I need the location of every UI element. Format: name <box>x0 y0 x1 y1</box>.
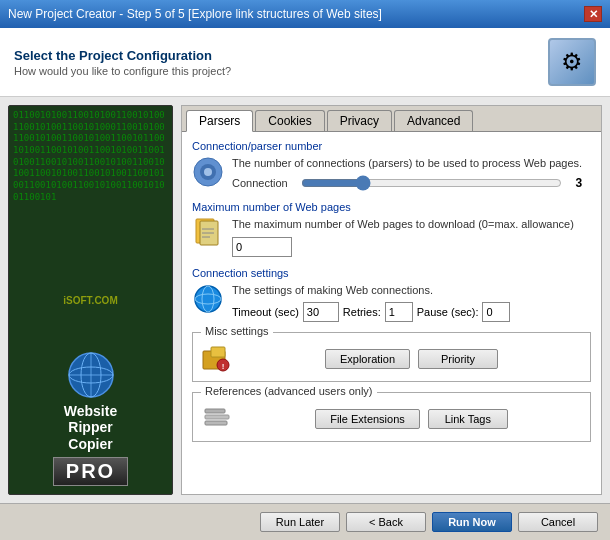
retries-input[interactable] <box>385 302 413 322</box>
max-pages-desc: The maximum number of Web pages to downl… <box>232 217 591 232</box>
content-area: 0110010100110010100110010100110010100110… <box>0 97 610 503</box>
run-now-button[interactable]: Run Now <box>432 512 512 532</box>
misc-icon-svg: ! <box>201 343 233 375</box>
svg-point-13 <box>195 286 221 312</box>
max-pages-body: The maximum number of Web pages to downl… <box>192 217 591 256</box>
references-icon <box>201 403 233 435</box>
tab-advanced[interactable]: Advanced <box>394 110 473 131</box>
misc-btn-row: Exploration Priority <box>241 349 582 369</box>
section-connection-settings: Connection settings The settings of maki… <box>192 267 591 322</box>
tab-parsers[interactable]: Parsers <box>186 110 253 132</box>
references-body: File Extensions Link Tags <box>201 399 582 435</box>
header-text: Select the Project Configuration How wou… <box>14 48 231 77</box>
svg-rect-22 <box>205 421 227 425</box>
misc-icon: ! <box>201 343 233 375</box>
file-extensions-button[interactable]: File Extensions <box>315 409 420 429</box>
globe-settings-icon <box>192 283 224 315</box>
conn-settings-desc-block: The settings of making Web connections. … <box>232 283 591 322</box>
product-name: WebsiteRipperCopier <box>53 403 128 453</box>
timeout-label: Timeout (sec) <box>232 306 299 318</box>
slider-label: Connection <box>232 177 297 189</box>
connection-parser-desc-block: The number of connections (parsers) to b… <box>232 156 582 191</box>
parser-icon-svg <box>192 156 224 188</box>
pages-icon <box>192 217 224 249</box>
pause-label: Pause (sec): <box>417 306 479 318</box>
connection-parser-desc: The number of connections (parsers) to b… <box>232 156 582 171</box>
bottom-bar: Run Later < Back Run Now Cancel <box>0 503 610 540</box>
connection-icon <box>192 156 224 188</box>
pages-icon-svg <box>192 217 224 249</box>
conn-settings-title: Connection settings <box>192 267 591 279</box>
link-tags-button[interactable]: Link Tags <box>428 409 508 429</box>
references-title: References (advanced users only) <box>201 385 377 397</box>
close-button[interactable]: ✕ <box>584 6 602 22</box>
max-pages-input-row <box>232 237 591 257</box>
page-title: Select the Project Configuration <box>14 48 231 63</box>
watermark: iSOFT.COM <box>63 295 117 306</box>
misc-settings-title: Misc settings <box>201 325 273 337</box>
connection-parser-title: Connection/parser number <box>192 140 591 152</box>
page-subtitle: How would you like to configure this pro… <box>14 65 231 77</box>
priority-button[interactable]: Priority <box>418 349 498 369</box>
cancel-button[interactable]: Cancel <box>518 512 598 532</box>
conn-settings-body: The settings of making Web connections. … <box>192 283 591 322</box>
conn-settings-inputs: Timeout (sec) Retries: Pause (sec): <box>232 302 591 322</box>
timeout-input[interactable] <box>303 302 339 322</box>
left-panel: 0110010100110010100110010100110010100110… <box>8 105 173 495</box>
tab-cookies[interactable]: Cookies <box>255 110 324 131</box>
tab-content-parsers: Connection/parser number The number of c… <box>182 132 601 494</box>
svg-rect-20 <box>205 409 225 413</box>
group-references: References (advanced users only) File Ex… <box>192 392 591 442</box>
product-edition: PRO <box>53 457 128 486</box>
svg-rect-21 <box>205 415 229 419</box>
misc-settings-body: ! Exploration Priority <box>201 339 582 375</box>
conn-settings-desc: The settings of making Web connections. <box>232 283 591 298</box>
section-max-pages: Maximum number of Web pages <box>192 201 591 256</box>
svg-text:!: ! <box>222 362 225 371</box>
settings-icon: ⚙ <box>548 38 596 86</box>
left-panel-content: WebsiteRipperCopier PRO <box>53 350 128 486</box>
right-panel: Parsers Cookies Privacy Advanced Connect… <box>181 105 602 495</box>
refs-icon-svg <box>201 403 233 435</box>
group-misc-settings: Misc settings ! Exploration <box>192 332 591 382</box>
max-pages-input[interactable] <box>232 237 292 257</box>
header: Select the Project Configuration How wou… <box>0 28 610 97</box>
connection-slider[interactable] <box>301 175 562 191</box>
retries-label: Retries: <box>343 306 381 318</box>
section-connection-parser: Connection/parser number The number of c… <box>192 140 591 191</box>
globe-settings-svg <box>192 283 224 315</box>
tab-privacy[interactable]: Privacy <box>327 110 392 131</box>
tabs: Parsers Cookies Privacy Advanced <box>182 106 601 132</box>
max-pages-desc-block: The maximum number of Web pages to downl… <box>232 217 591 256</box>
title-bar-text: New Project Creator - Step 5 of 5 [Explo… <box>8 7 382 21</box>
max-pages-title: Maximum number of Web pages <box>192 201 591 213</box>
main-window: Select the Project Configuration How wou… <box>0 28 610 540</box>
exploration-button[interactable]: Exploration <box>325 349 410 369</box>
svg-rect-17 <box>211 347 225 357</box>
slider-value: 3 <box>566 176 582 190</box>
run-later-button[interactable]: Run Later <box>260 512 340 532</box>
globe-icon <box>66 350 116 400</box>
back-button[interactable]: < Back <box>346 512 426 532</box>
connection-parser-body: The number of connections (parsers) to b… <box>192 156 591 191</box>
slider-row: Connection 3 <box>232 175 582 191</box>
refs-btn-row: File Extensions Link Tags <box>241 409 582 429</box>
svg-point-7 <box>204 168 212 176</box>
title-bar: New Project Creator - Step 5 of 5 [Explo… <box>0 0 610 28</box>
pause-input[interactable] <box>482 302 510 322</box>
